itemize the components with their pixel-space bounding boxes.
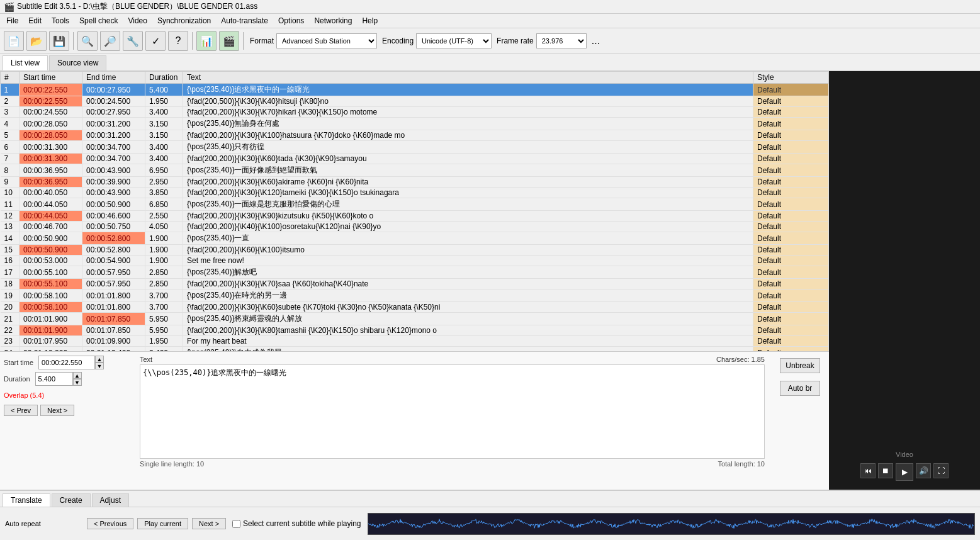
rewind-button[interactable]: ⏮	[860, 463, 876, 478]
table-row[interactable]: 1700:00:55.10000:00:57.9502.850{\pos(235…	[1, 266, 829, 279]
subtitle-text-input[interactable]: {\\pos(235,40)}追求黑夜中的一線曙光	[140, 364, 765, 459]
tab-listview[interactable]: List view	[3, 55, 48, 70]
duration-input[interactable]	[35, 372, 73, 386]
row-start: 00:00:46.700	[20, 222, 82, 232]
tab-translate[interactable]: Translate	[3, 493, 50, 507]
table-row[interactable]: 1500:00:50.90000:00:52.8001.900{\fad(200…	[1, 245, 829, 256]
subtitle-table-container[interactable]: # Start time End time Duration Text Styl…	[0, 71, 829, 351]
row-text: Set me free now!	[183, 256, 753, 266]
bottom-play-button[interactable]: Play current	[137, 518, 188, 529]
prev-button[interactable]: < Prev	[4, 405, 38, 416]
separator-3	[243, 32, 244, 50]
duration-up[interactable]: ▲	[73, 372, 82, 379]
table-row[interactable]: 1300:00:46.70000:00:50.7504.050{\fad(200…	[1, 222, 829, 232]
table-row[interactable]: 1000:00:40.05000:00:43.9003.850{\fad(200…	[1, 188, 829, 198]
table-row[interactable]: 2400:01:10.00000:01:13.4002.400{\pos(235…	[1, 347, 829, 352]
main-area: # Start time End time Duration Text Styl…	[0, 71, 829, 490]
framerate-select[interactable]: 23.976	[536, 33, 587, 48]
table-row[interactable]: 600:00:31.30000:00:34.7003.400{\pos(235,…	[1, 141, 829, 154]
edit-area: Start time ▲ ▼ Duration	[0, 351, 829, 490]
duration-label: Duration	[4, 375, 30, 383]
encoding-select[interactable]: Unicode (UTF-8)	[416, 33, 492, 48]
table-row[interactable]: 500:00:28.05000:00:31.2003.150{\fad(200,…	[1, 130, 829, 141]
menu-help[interactable]: Help	[357, 15, 383, 26]
table-row[interactable]: 1400:00:50.90000:00:52.8001.900{\pos(235…	[1, 232, 829, 245]
row-start: 00:00:44.050	[20, 198, 82, 211]
table-row[interactable]: 700:00:31.30000:00:34.7003.400{\fad(200,…	[1, 154, 829, 164]
row-duration: 3.400	[145, 107, 183, 118]
row-text: {\fad(200,200)}{\K40}{\K100}osoretaku{\K…	[183, 222, 753, 232]
menu-networking[interactable]: Networking	[309, 15, 357, 26]
table-row[interactable]: 1900:00:58.10000:01:01.8003.700{\pos(235…	[1, 290, 829, 302]
row-num: 4	[1, 118, 20, 130]
start-time-up[interactable]: ▲	[95, 356, 104, 363]
col-dur: Duration	[145, 72, 183, 84]
menu-tools[interactable]: Tools	[47, 15, 74, 26]
auto-br-button[interactable]: Auto br	[780, 381, 820, 396]
menu-video[interactable]: Video	[123, 15, 152, 26]
fixcommon-button[interactable]: 🔧	[123, 31, 143, 51]
row-text: {\fad(200,200)}{\K30}{\K60}akirame {\K60…	[183, 177, 753, 188]
replace-button[interactable]: 🔎	[100, 31, 120, 51]
menu-options[interactable]: Options	[273, 15, 309, 26]
select-while-playing-label[interactable]: Select current subtitle while playing	[232, 519, 361, 528]
row-style: Default	[753, 245, 829, 256]
menu-file[interactable]: File	[1, 15, 23, 26]
menu-autotranslate[interactable]: Auto-translate	[216, 15, 273, 26]
table-row[interactable]: 2300:01:07.95000:01:09.9001.950For my he…	[1, 336, 829, 347]
table-row[interactable]: 2000:00:58.10000:01:01.8003.700{\fad(200…	[1, 302, 829, 313]
table-row[interactable]: 900:00:36.95000:00:39.9002.950{\fad(200,…	[1, 177, 829, 188]
waveform-button[interactable]: 📊	[196, 31, 217, 51]
unbreak-button[interactable]: Unbreak	[780, 358, 820, 373]
table-row[interactable]: 100:00:22.55000:00:27.9505.400{\pos(235,…	[1, 84, 829, 96]
volume-button[interactable]: 🔊	[916, 463, 931, 478]
start-time-label: Start time	[4, 359, 33, 366]
duration-down[interactable]: ▼	[73, 379, 82, 386]
table-row[interactable]: 1100:00:44.05000:00:50.9006.850{\pos(235…	[1, 198, 829, 211]
more-button[interactable]: ...	[589, 35, 602, 47]
row-start: 00:00:55.100	[20, 266, 82, 279]
table-row[interactable]: 300:00:24.55000:00:27.9503.400{\fad(200,…	[1, 107, 829, 118]
new-button[interactable]: 📄	[4, 31, 24, 51]
fullscreen-button[interactable]: ⛶	[933, 463, 949, 478]
start-time-input[interactable]	[38, 356, 95, 369]
stop-button[interactable]: ⏹	[878, 463, 893, 478]
row-start: 00:00:28.050	[20, 130, 82, 141]
menu-edit[interactable]: Edit	[23, 15, 47, 26]
table-row[interactable]: 1800:00:55.10000:00:57.9502.850{\fad(200…	[1, 279, 829, 290]
menu-spellcheck[interactable]: Spell check	[74, 15, 123, 26]
tab-create[interactable]: Create	[52, 493, 91, 507]
row-duration: 1.950	[145, 336, 183, 347]
save-button[interactable]: 💾	[49, 31, 69, 51]
spellcheck-button[interactable]: ✓	[145, 31, 166, 51]
table-row[interactable]: 400:00:28.05000:00:31.2003.150{\pos(235,…	[1, 118, 829, 130]
row-start: 00:00:31.300	[20, 141, 82, 154]
row-duration: 2.550	[145, 211, 183, 222]
next-button[interactable]: Next >	[40, 405, 74, 416]
format-select[interactable]: Advanced Sub Station	[276, 33, 377, 48]
help-button[interactable]: ?	[168, 31, 188, 51]
bottom-prev-button[interactable]: < Previous	[87, 518, 133, 529]
tab-sourceview[interactable]: Source view	[49, 55, 106, 70]
find-button[interactable]: 🔍	[77, 31, 98, 51]
start-time-down[interactable]: ▼	[95, 363, 104, 369]
table-row[interactable]: 1600:00:53.00000:00:54.9001.900Set me fr…	[1, 256, 829, 266]
bottom-next-button[interactable]: Next >	[192, 518, 226, 529]
table-row[interactable]: 800:00:36.95000:00:43.9006.950{\pos(235,…	[1, 164, 829, 177]
row-start: 00:00:36.950	[20, 177, 82, 188]
row-duration: 3.400	[145, 154, 183, 164]
table-row[interactable]: 1200:00:44.05000:00:46.6002.550{\fad(200…	[1, 211, 829, 222]
select-while-playing-checkbox[interactable]	[232, 520, 240, 528]
tab-adjust[interactable]: Adjust	[92, 493, 129, 507]
table-row[interactable]: 200:00:22.55000:00:24.5001.950{\fad(200,…	[1, 96, 829, 107]
table-row[interactable]: 2200:01:01.90000:01:07.8505.950{\fad(200…	[1, 325, 829, 336]
video-button[interactable]: 🎬	[219, 31, 239, 51]
play-button[interactable]: ▶	[896, 463, 913, 481]
row-start: 00:01:10.000	[20, 347, 82, 352]
table-row[interactable]: 2100:01:01.90000:01:07.8505.950{\pos(235…	[1, 313, 829, 325]
waveform-display	[368, 513, 975, 535]
row-duration: 1.900	[145, 256, 183, 266]
row-end: 00:00:43.900	[82, 188, 145, 198]
open-button[interactable]: 📂	[26, 31, 47, 51]
menu-synchronization[interactable]: Synchronization	[152, 15, 216, 26]
